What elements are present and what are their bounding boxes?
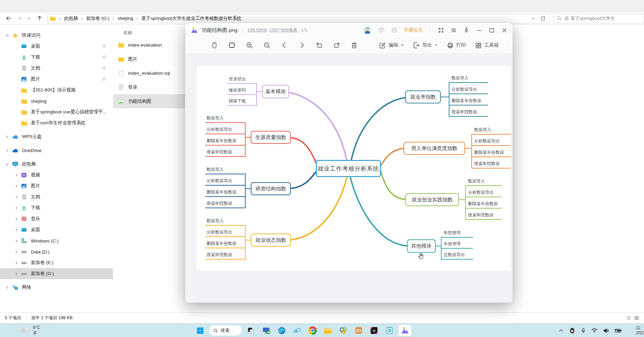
sidebar-item-downloads[interactable]: 下载	[0, 202, 113, 213]
up-button[interactable]	[34, 14, 45, 23]
pin-window-button[interactable]	[463, 27, 470, 34]
taskbar-search[interactable]: 搜索	[209, 325, 242, 336]
fit-screen-button[interactable]	[228, 41, 236, 49]
s-badge-icon[interactable]: S	[391, 27, 398, 34]
crown-badge-icon[interactable]	[378, 27, 385, 34]
breadcrumb-item-this-pc[interactable]: 此电脑	[63, 15, 79, 22]
file-row-index-evaluation-folder[interactable]: index-evaluation	[113, 38, 194, 52]
delete-button[interactable]	[350, 41, 358, 49]
maximize-button[interactable]	[488, 27, 495, 34]
chevron-right-icon[interactable]	[3, 149, 11, 152]
file-dimensions[interactable]: 1567*998像素	[270, 27, 298, 33]
refresh-button[interactable]	[540, 16, 546, 21]
forward-button[interactable]	[14, 14, 24, 23]
chevron-down-icon[interactable]	[3, 34, 11, 37]
thumbnail-view-button[interactable]	[634, 315, 639, 321]
user-avatar[interactable]	[363, 26, 372, 35]
sidebar-item-pictures-pinned[interactable]: 图片	[0, 74, 113, 85]
taskbar-clock[interactable]: 11: 2023/1	[636, 325, 644, 336]
tray-expand-icon[interactable]	[558, 328, 564, 333]
sidebar-item-quick-access[interactable]: 快速访问	[0, 30, 113, 41]
viewer-titlebar[interactable]: 功能结构图.png 198.58KB ,1567*998像素 , 1/1 S 开…	[185, 23, 512, 37]
sidebar-item-documents-pinned[interactable]: 文档	[0, 63, 113, 74]
sidebar-item-downloads-pinned[interactable]: 下载	[0, 52, 113, 63]
taskbar-app-office-orange[interactable]	[352, 325, 365, 336]
sidebar-item-springboot-vue-donation[interactable]: 基于springboot vue爱心捐赠管理平...	[0, 107, 113, 117]
sidebar-item-onedrive[interactable]: OneDrive	[0, 145, 113, 156]
chevron-right-icon[interactable]	[12, 261, 20, 265]
chevron-right-icon[interactable]	[3, 135, 11, 139]
print-button[interactable]: 打印	[447, 42, 466, 49]
sidebar-item-shejiing[interactable]: shejiing	[0, 96, 113, 107]
battery-icon[interactable]	[615, 328, 622, 333]
taskbar-app-remote-pc[interactable]	[260, 325, 273, 336]
chevron-right-icon[interactable]	[12, 228, 20, 232]
wifi-icon[interactable]	[591, 328, 598, 333]
back-button[interactable]	[3, 14, 14, 23]
sidebar-item-d-drive[interactable]: Data (D:)	[0, 246, 113, 257]
sidebar-item-music[interactable]: 音乐	[0, 213, 113, 224]
file-row-sql-file[interactable]: index_evaluation.sql	[113, 66, 194, 80]
sidebar-item-this-pc[interactable]: 此电脑	[0, 159, 113, 170]
chevron-right-icon[interactable]	[12, 217, 20, 221]
sidebar-item-network[interactable]: 网络	[0, 282, 113, 293]
sidebar-item-documents[interactable]: 文档	[0, 191, 113, 202]
chevron-right-icon[interactable]	[12, 173, 20, 177]
address-box[interactable]: ›此电脑›新加卷 (G:)›shejiing›基于springboot大学生就业…	[47, 14, 549, 23]
chevron-right-icon[interactable]	[3, 286, 11, 289]
export-button[interactable]: 导出 ▼	[413, 42, 438, 49]
taskbar-app-file-explorer[interactable]	[321, 325, 334, 336]
rotate-right-button[interactable]	[333, 41, 340, 49]
taskbar-app-gallery[interactable]	[244, 325, 257, 336]
zoom-out-button[interactable]	[263, 41, 271, 49]
search-box[interactable]: 在 基于springboot大学生	[554, 14, 644, 23]
chevron-right-icon[interactable]	[12, 272, 20, 276]
zoom-in-button[interactable]	[246, 41, 253, 49]
weather-widget[interactable]: 8°C 雾	[20, 325, 40, 336]
chevron-right-icon[interactable]	[12, 206, 20, 210]
chevron-down-icon[interactable]	[3, 162, 11, 166]
sidebar-item-desktop-pinned[interactable]: 桌面	[0, 41, 113, 52]
chevron-right-icon[interactable]	[12, 250, 20, 254]
hand-tool-button[interactable]	[211, 41, 218, 49]
file-row-login-doc[interactable]: 登录	[113, 80, 194, 94]
taskbar-app-wps-image[interactable]	[398, 325, 411, 336]
taskbar-app-start[interactable]	[194, 325, 207, 336]
open-membership-link[interactable]: 开通会员	[404, 27, 422, 33]
menu-button[interactable]	[450, 27, 457, 34]
microphone-icon[interactable]	[581, 327, 586, 334]
viewer-canvas[interactable]: 登录登出修改密码模版下载基本模块数据导入分析数据导出删除某年份数据搜索学院数据生…	[185, 53, 512, 302]
file-row-diagram-image[interactable]: 功能结构图	[113, 94, 194, 108]
sidebar-item-c-drive[interactable]: Windows (C:)	[0, 235, 113, 246]
taskbar-app-rings-app[interactable]	[337, 325, 350, 336]
rotate-left-button[interactable]	[315, 41, 323, 49]
chevron-right-icon[interactable]	[12, 195, 20, 199]
sidebar-item-desktop[interactable]: 桌面	[0, 224, 113, 235]
taskbar-app-ie[interactable]: e	[290, 325, 304, 336]
edit-button[interactable]: 编辑 ▼	[379, 42, 404, 49]
breadcrumb-item-g-drive[interactable]: 新加卷 (G:)	[86, 15, 110, 22]
chevron-right-icon[interactable]	[12, 239, 20, 243]
minimize-button[interactable]	[476, 27, 482, 34]
previous-image-button[interactable]	[281, 41, 288, 49]
file-size[interactable]: 198.58KB	[247, 27, 267, 33]
sidebar-item-ssm-homework[interactable]: 基于ssm学生作业管理系统	[0, 117, 113, 128]
taskbar-app-chrome[interactable]	[306, 325, 319, 336]
sidebar-item-g-drive[interactable]: 新加卷 (G:)	[0, 268, 113, 279]
taskbar-app-intellij[interactable]: IJ	[368, 325, 381, 336]
fullscreen-button[interactable]	[438, 27, 444, 34]
close-button[interactable]	[501, 27, 508, 34]
sidebar-item-demo-videos[interactable]: 【551-600】演示视频	[0, 85, 113, 96]
name-column-header[interactable]: 名称 ⌃	[113, 28, 194, 38]
sidebar-item-wps-cloud[interactable]: WPS云盘	[0, 131, 113, 142]
breadcrumb-item-shejiing[interactable]: shejiing	[117, 15, 134, 22]
taskbar-app-notes[interactable]	[383, 325, 396, 336]
sidebar-item-pictures[interactable]: 图片	[0, 180, 113, 191]
next-image-button[interactable]	[298, 41, 306, 49]
recent-locations-button[interactable]	[24, 14, 34, 23]
taskbar-search-pill[interactable]: 搜索	[209, 325, 242, 336]
address-dropdown-button[interactable]	[531, 16, 535, 21]
breadcrumb-item-project[interactable]: 基于springboot大学生就业工作考核数据分析系统	[141, 15, 243, 22]
sidebar-item-e-drive[interactable]: 新加卷 (E:)	[0, 257, 113, 268]
chevron-right-icon[interactable]	[12, 184, 20, 188]
